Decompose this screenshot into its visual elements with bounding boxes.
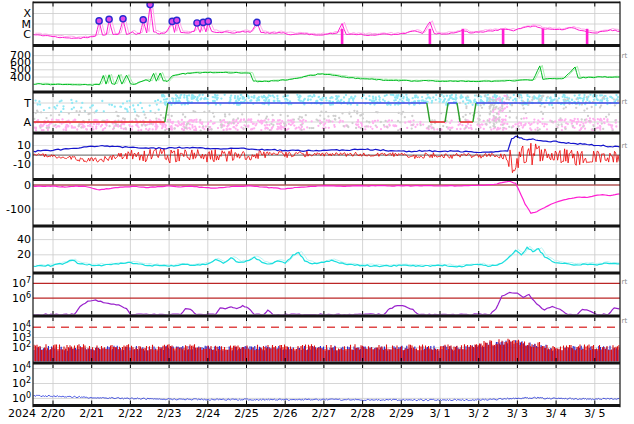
right-axis-mark: rt xyxy=(622,318,628,325)
y-axis-label-exponent: 4 xyxy=(26,361,31,370)
y-axis-label-base: 10 xyxy=(12,362,26,375)
y-axis-label-base: 10 xyxy=(12,292,26,305)
x-axis-label: 2/25 xyxy=(226,408,268,420)
x-axis-label: 2/21 xyxy=(71,408,113,420)
y-axis-label-base: 10 xyxy=(12,341,26,354)
right-axis-mark: rt xyxy=(622,53,628,60)
x-axis-label: 3/ 5 xyxy=(574,408,616,420)
y-axis-label: A xyxy=(0,117,31,128)
right-axis-mark: rt xyxy=(622,99,628,106)
right-axis-mark: rt xyxy=(622,143,628,150)
y-axis-label: 102 xyxy=(0,378,31,390)
x-axis-label: 2/23 xyxy=(148,408,190,420)
x-axis-label: 2/29 xyxy=(380,408,422,420)
solar-activity-chart: XMC700600500400TA100-100-100402010710610… xyxy=(0,0,634,424)
x-axis-label: 2/24 xyxy=(187,408,229,420)
y-axis-label: T xyxy=(0,98,31,109)
y-axis-label-exponent: 2 xyxy=(26,376,31,385)
year-label: 2024 xyxy=(2,408,42,420)
chart-canvas xyxy=(0,0,634,424)
x-axis-label: 3/ 1 xyxy=(419,408,461,420)
y-axis-label: 102 xyxy=(0,342,31,354)
x-axis-label: 2/27 xyxy=(303,408,345,420)
y-axis-label: 100 xyxy=(0,393,31,405)
x-axis-label: 2/28 xyxy=(342,408,384,420)
x-axis-label: 3/ 3 xyxy=(496,408,538,420)
right-axis-mark: rt xyxy=(622,279,628,286)
y-axis-label-exponent: 3 xyxy=(26,330,31,339)
x-axis-label: 2/22 xyxy=(109,408,151,420)
y-axis-label-exponent: 2 xyxy=(26,340,31,349)
y-axis-label-exponent: 7 xyxy=(26,276,31,285)
y-axis-label-base: 10 xyxy=(12,277,26,290)
y-axis-label: -100 xyxy=(0,204,31,215)
y-axis-label: 106 xyxy=(0,293,31,305)
y-axis-label-exponent: 0 xyxy=(26,391,31,400)
y-axis-label: 400 xyxy=(0,72,31,83)
x-axis-label: 2/26 xyxy=(264,408,306,420)
y-axis-label: 0 xyxy=(0,180,31,191)
y-axis-label: 40 xyxy=(0,234,31,245)
y-axis-label: 107 xyxy=(0,278,31,290)
y-axis-label: C xyxy=(0,29,31,40)
x-axis-label: 3/ 4 xyxy=(535,408,577,420)
y-axis-label-base: 10 xyxy=(12,392,26,405)
x-axis-label: 3/ 2 xyxy=(458,408,500,420)
y-axis-label: -10 xyxy=(0,159,31,170)
y-axis-label: 104 xyxy=(0,363,31,375)
y-axis-label: 20 xyxy=(0,249,31,260)
y-axis-label-base: 10 xyxy=(12,377,26,390)
y-axis-label-exponent: 4 xyxy=(26,320,31,329)
y-axis-label-exponent: 6 xyxy=(26,291,31,300)
